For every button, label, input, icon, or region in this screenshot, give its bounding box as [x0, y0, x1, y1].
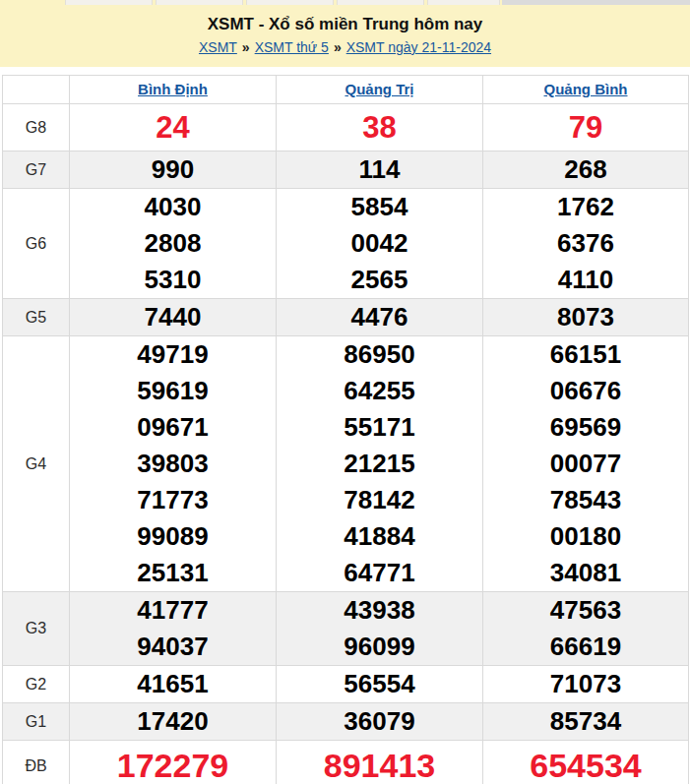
prize-number: 1762 [483, 189, 688, 225]
prize-cell: 24 [70, 104, 277, 151]
prize-number: 43938 [277, 592, 482, 629]
prize-number: 17420 [70, 703, 276, 740]
prize-row-G4: G449719596190967139803717739908925131869… [3, 336, 689, 592]
prize-row-G1: G1174203607985734 [3, 703, 689, 741]
prize-cell: 172279 [70, 741, 277, 784]
prize-number: 6376 [483, 225, 688, 262]
prize-number: 4476 [277, 299, 482, 335]
prize-number: 66151 [483, 336, 688, 373]
province-link[interactable]: Quảng Trị [345, 81, 413, 97]
prize-number: 990 [70, 151, 276, 188]
prize-label: G3 [3, 592, 70, 666]
prize-label: G4 [3, 336, 70, 592]
breadcrumb-separator: » [334, 39, 342, 55]
corner-cell [3, 76, 70, 104]
prize-number: 78142 [277, 482, 482, 518]
prize-cell: 4756366619 [483, 592, 689, 666]
breadcrumb: XSMT»XSMT thứ 5»XSMT ngày 21-11-2024 [0, 38, 690, 56]
prize-number: 34081 [483, 555, 688, 591]
prize-cell: 4476 [277, 299, 483, 336]
prize-cell: 17420 [70, 703, 277, 741]
prize-cell: 49719596190967139803717739908925131 [70, 336, 277, 592]
results-table: Bình ĐịnhQuảng TrịQuảng Bình G8243879G79… [2, 75, 689, 784]
prize-row-G8: G8243879 [3, 104, 689, 151]
prize-number: 64771 [277, 555, 482, 591]
tab-sliver [246, 0, 334, 5]
prize-number: 172279 [70, 741, 276, 784]
province-header-cell: Quảng Bình [483, 76, 689, 104]
prize-number: 49719 [70, 336, 276, 373]
prize-number: 69569 [483, 409, 688, 446]
prize-cell: 66151066766956900077785430018034081 [483, 336, 689, 592]
prize-label: G1 [3, 703, 70, 741]
province-header-row: Bình ĐịnhQuảng TrịQuảng Bình [3, 76, 689, 104]
prize-number: 66619 [483, 629, 688, 665]
prize-cell: 654534 [483, 741, 689, 784]
results-table-head: Bình ĐịnhQuảng TrịQuảng Bình [3, 76, 689, 104]
prize-number: 5310 [70, 262, 276, 298]
prize-cell: 176263764110 [483, 189, 689, 299]
prize-cell: 86950642555517121215781424188464771 [277, 336, 483, 592]
prize-number: 47563 [483, 592, 688, 629]
prize-cell: 79 [483, 104, 689, 151]
prize-number: 78543 [483, 482, 688, 518]
breadcrumb-link-xsmt-date[interactable]: XSMT ngày 21-11-2024 [346, 39, 491, 55]
tab-sliver [337, 0, 424, 5]
prize-label: G5 [3, 299, 70, 336]
prize-number: 114 [277, 151, 482, 188]
prize-number: 2565 [277, 262, 482, 298]
prize-number: 86950 [277, 336, 482, 373]
prize-number: 09671 [70, 409, 276, 446]
prize-cell: 891413 [277, 741, 483, 784]
prize-number: 4030 [70, 189, 276, 225]
prize-number: 41884 [277, 518, 482, 555]
prize-number: 654534 [483, 741, 688, 784]
prize-number: 24 [70, 104, 276, 151]
prize-row-G3: G3417779403743938960994756366619 [3, 592, 689, 666]
prize-label: G7 [3, 151, 70, 189]
prize-number: 06676 [483, 373, 688, 409]
prize-number: 38 [277, 104, 482, 151]
prize-number: 5854 [277, 189, 482, 225]
prize-label: G6 [3, 189, 70, 299]
prize-row-ĐB: ĐB172279891413654534 [3, 741, 689, 784]
prize-cell: 85734 [483, 703, 689, 741]
prize-cell: 585400422565 [277, 189, 483, 299]
tab-strip-end [502, 0, 690, 5]
prize-number: 64255 [277, 373, 482, 409]
prize-row-G2: G2416515655471073 [3, 666, 689, 703]
prize-cell: 8073 [483, 299, 689, 336]
page-header: XSMT - Xổ số miền Trung hôm nay XSMT»XSM… [0, 5, 690, 67]
prize-number: 55171 [277, 409, 482, 446]
prize-cell: 41651 [70, 666, 277, 703]
prize-cell: 990 [70, 151, 277, 189]
province-link[interactable]: Quảng Bình [544, 81, 628, 97]
prize-cell: 4177794037 [70, 592, 277, 666]
prize-number: 79 [483, 104, 688, 151]
prize-number: 8073 [483, 299, 688, 335]
prize-row-G5: G5744044768073 [3, 299, 689, 336]
results-table-body: G8243879G7990114268G64030280853105854004… [3, 104, 689, 784]
breadcrumb-link-xsmt-thu-5[interactable]: XSMT thứ 5 [255, 39, 329, 55]
prize-number: 41651 [70, 666, 276, 702]
prize-cell: 7440 [70, 299, 277, 336]
province-header-cell: Bình Định [70, 76, 277, 104]
prize-row-G7: G7990114268 [3, 151, 689, 189]
breadcrumb-link-xsmt[interactable]: XSMT [199, 39, 237, 55]
prize-cell: 403028085310 [70, 189, 277, 299]
prize-cell: 71073 [483, 666, 689, 703]
breadcrumb-separator: » [242, 39, 250, 55]
prize-number: 71073 [483, 666, 688, 702]
prize-number: 96099 [277, 629, 482, 665]
province-header-cell: Quảng Trị [277, 76, 483, 104]
page-title: XSMT - Xổ số miền Trung hôm nay [0, 14, 690, 35]
prize-number: 94037 [70, 629, 276, 665]
prize-number: 59619 [70, 373, 276, 409]
prize-cell: 56554 [277, 666, 483, 703]
prize-label: ĐB [3, 741, 70, 784]
prize-label: G2 [3, 666, 70, 703]
prize-number: 00077 [483, 446, 688, 482]
prize-cell: 38 [277, 104, 483, 151]
prize-number: 71773 [70, 482, 276, 518]
province-link[interactable]: Bình Định [138, 81, 208, 97]
